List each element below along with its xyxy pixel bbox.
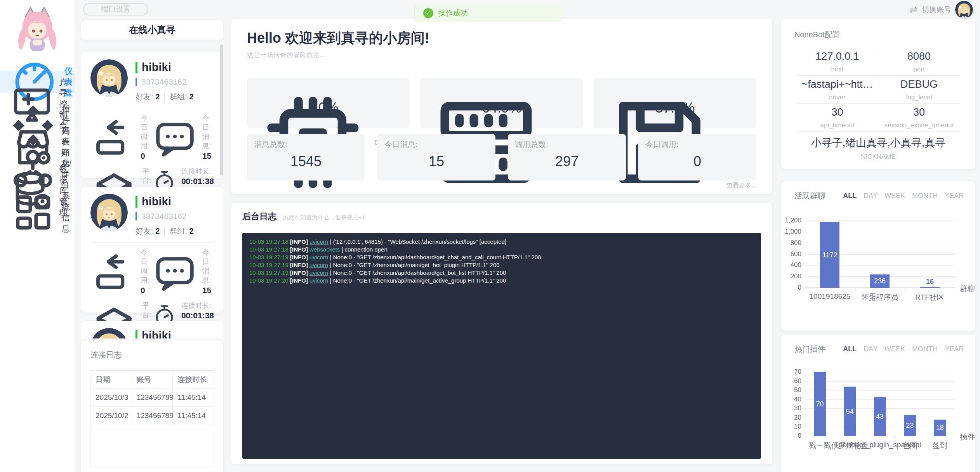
x-axis-name: 群聊: [960, 284, 975, 294]
online-bots-title-card: 在线小真寻: [81, 20, 223, 40]
system-stat-value: 0%: [247, 100, 410, 116]
connection-log-card: 连接日志 日期账号连接时长 2025/10/312345678911:45:14…: [81, 340, 223, 472]
count-stat-card: 调用总数:297: [508, 134, 626, 180]
switch-account-button[interactable]: ⇌ 切换账号: [909, 0, 973, 19]
sidebar-item-system-info[interactable]: 系统信息: [0, 201, 75, 223]
config-item-log_level: DEBUGlog_level: [878, 76, 960, 104]
online-indicator-bar: [136, 62, 137, 73]
table-row: 2025/10/312345678911:45:14: [91, 389, 214, 407]
tab-day[interactable]: DAY: [864, 192, 877, 200]
stat-label: 今日消息:: [202, 248, 214, 285]
tab-all[interactable]: ALL: [843, 345, 857, 353]
bot-stat-call: 今日调用:0: [90, 248, 152, 296]
config-value: DEBUG: [878, 78, 960, 90]
stat-text: 今日消息:15: [202, 248, 214, 295]
account-avatar[interactable]: [955, 1, 973, 19]
bar-value-label: 18: [934, 424, 946, 432]
tab-year[interactable]: YEAR: [945, 192, 964, 200]
table-cell: 123456789: [132, 407, 173, 425]
log-line: 10-03 19:27:19 [INFO] uvicorn | None:0 -…: [249, 269, 754, 277]
switch-icon: ⇌: [909, 4, 918, 16]
bot-card-top: hibiki3373463162好友: 2群组: 2: [90, 194, 214, 236]
bar-value-label: 70: [814, 400, 826, 408]
stat-value: 0: [141, 151, 152, 161]
greeting-subtitle: 这是一场传奇的冒险旅途...: [247, 50, 325, 59]
active-groups-title: 活跃群聊: [794, 191, 825, 201]
y-axis-tick-label: 30: [781, 404, 801, 412]
log-console: 10-03 19:27:18 [INFO] uvicorn | ('127.0.…: [242, 233, 761, 459]
count-stat-label: 今日消息:: [384, 139, 418, 150]
tab-week[interactable]: WEEK: [884, 192, 905, 200]
bot-list-scrollbar[interactable]: [220, 45, 223, 175]
x-axis-tick: [955, 436, 955, 438]
sidebar-nav: 仪表盘真寻控制台插件列表插件商店好友/群组数据库管理系统信息: [0, 71, 75, 223]
bar-value-label: 236: [870, 277, 890, 285]
count-stats-row: 消息总数:1545今日消息:15调用总数:297今日调用:0: [247, 134, 756, 180]
system-stats-row: CPU0%MEMORY64.9%DISK37.3%: [247, 78, 756, 128]
view-more-link[interactable]: 查看更多...: [726, 182, 756, 190]
active-groups-header: 活跃群聊 ALLDAYWEEKMONTHYEAR: [794, 191, 964, 201]
count-stat-label: 消息总数:: [254, 139, 287, 150]
connection-log-table: 日期账号连接时长 2025/10/312345678911:45:142025/…: [90, 370, 214, 467]
x-axis-line: [805, 288, 955, 288]
sidebar: 仪表盘真寻控制台插件列表插件商店好友/群组数据库管理系统信息: [0, 0, 75, 472]
y-axis-tick-label: 40: [781, 396, 801, 403]
bot-stat-message: 今日消息:15: [152, 113, 214, 161]
nickname-label: NICKNAME: [781, 153, 975, 161]
tab-day[interactable]: DAY: [864, 345, 877, 353]
stat-text: 今日调用:0: [141, 113, 152, 161]
stat-text: 今日调用:0: [141, 248, 152, 295]
bot-stat-message: 今日消息:15: [152, 248, 214, 296]
greeting-title: Hello 欢迎来到真寻的小房间!: [247, 29, 429, 48]
bar-value-label: 54: [844, 408, 856, 416]
tab-week[interactable]: WEEK: [884, 345, 905, 353]
config-label: port: [878, 66, 960, 73]
config-value: ~fastapi+~htt…: [797, 78, 878, 90]
bot-card: hibiki3373463162好友: 2群组: 2今日调用:0今日消息:15平…: [81, 187, 223, 312]
config-label: host: [797, 66, 878, 73]
dashboard-overview-card: Hello 欢迎来到真寻的小房间! 这是一场传奇的冒险旅途... CPU0%ME…: [231, 19, 772, 194]
toast-message: 操作成功: [438, 8, 468, 18]
bot-name-row: hibiki: [136, 195, 194, 208]
bot-avatar: [90, 194, 128, 231]
tab-month[interactable]: MONTH: [912, 192, 938, 200]
tab-all[interactable]: ALL: [843, 192, 857, 200]
log-line: 10-03 19:27:18 [INFO] websockets | conne…: [249, 246, 754, 253]
port-settings-button[interactable]: 端口设置: [83, 3, 148, 16]
bar-value-label: 1172: [820, 251, 839, 259]
success-toast: ✓ 操作成功: [414, 4, 561, 22]
stat-label: 平台:: [142, 167, 152, 185]
tab-month[interactable]: MONTH: [912, 345, 938, 353]
y-axis-tick-label: 60: [781, 377, 801, 385]
x-axis-tick: [805, 288, 805, 290]
bot-list: hibiki3373463162好友: 2群组: 2今日调用:0今日消息:15平…: [81, 52, 223, 338]
table-cell: 11:45:14: [173, 389, 214, 407]
bar: [920, 287, 940, 288]
config-value: 127.0.0.1: [797, 50, 878, 62]
table-cell: 123456789: [132, 389, 173, 407]
log-line: 10-03 19:27:18 [INFO] uvicorn | ('127.0.…: [249, 238, 754, 246]
x-axis-tick: [805, 436, 805, 438]
count-stat-card: 今日消息:15: [377, 134, 495, 180]
bar-value-label: 43: [874, 413, 886, 421]
bot-account: 3373463162: [141, 77, 187, 87]
bot-info: hibiki3373463162好友: 2群组: 2: [136, 328, 194, 338]
bot-card: hibiki3373463162好友: 2群组: 2今日调用:0今日消息:15平…: [81, 321, 223, 338]
stat-label: 连接时长:: [181, 167, 214, 176]
divider: [90, 108, 214, 108]
backend-log-title: 后台日志: [242, 211, 276, 222]
tab-year[interactable]: YEAR: [945, 345, 964, 353]
x-axis-tick: [835, 436, 835, 438]
gridline: [805, 220, 955, 221]
config-grid: 127.0.0.1host8080port~fastapi+~htt…drive…: [797, 48, 960, 132]
bot-card: hibiki3373463162好友: 2群组: 2今日调用:0今日消息:15平…: [81, 52, 223, 178]
system-icon: [10, 189, 56, 236]
nickname-value: 小寻子,绪山真寻,小真寻,真寻: [781, 136, 975, 150]
config-value: 30: [878, 106, 960, 118]
bot-account: 3373463162: [141, 212, 187, 221]
message-icon: [152, 248, 198, 296]
hot-plugins-header: 热门插件 ALLDAYWEEKMONTHYEAR: [794, 344, 964, 354]
table-empty-row: [91, 425, 214, 467]
y-axis-tick-label: 1,200: [781, 217, 801, 224]
gridline: [805, 390, 955, 390]
